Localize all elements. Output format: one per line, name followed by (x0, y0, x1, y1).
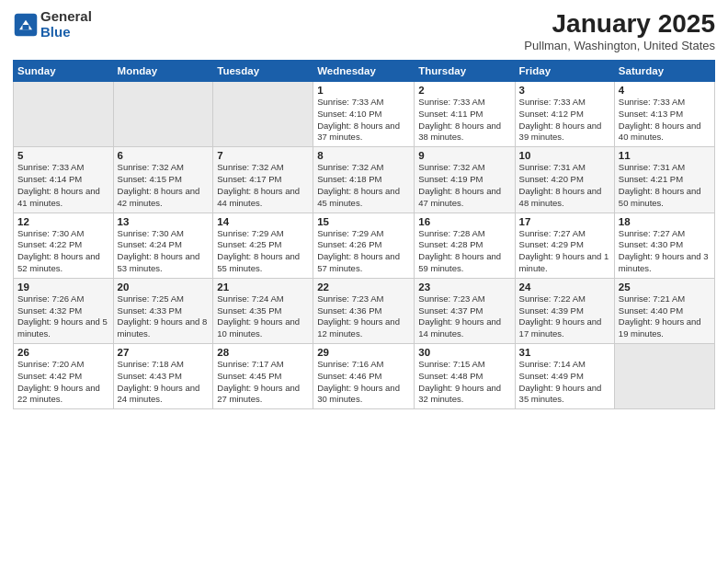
table-cell: 15Sunrise: 7:29 AM Sunset: 4:26 PM Dayli… (313, 213, 415, 278)
day-info: Sunrise: 7:33 AM Sunset: 4:10 PM Dayligh… (317, 97, 410, 144)
day-number: 10 (519, 150, 610, 161)
day-number: 8 (317, 150, 410, 161)
day-number: 25 (619, 282, 711, 293)
table-cell: 19Sunrise: 7:26 AM Sunset: 4:32 PM Dayli… (14, 278, 114, 343)
table-cell: 9Sunrise: 7:32 AM Sunset: 4:19 PM Daylig… (415, 147, 515, 213)
day-number: 27 (118, 347, 210, 358)
day-info: Sunrise: 7:33 AM Sunset: 4:12 PM Dayligh… (519, 97, 610, 144)
day-info: Sunrise: 7:15 AM Sunset: 4:48 PM Dayligh… (418, 359, 510, 406)
day-info: Sunrise: 7:27 AM Sunset: 4:30 PM Dayligh… (619, 228, 711, 275)
table-cell: 6Sunrise: 7:32 AM Sunset: 4:15 PM Daylig… (113, 147, 213, 213)
table-cell: 1Sunrise: 7:33 AM Sunset: 4:10 PM Daylig… (313, 82, 415, 147)
day-info: Sunrise: 7:24 AM Sunset: 4:35 PM Dayligh… (217, 293, 309, 340)
logo: General Blue (13, 9, 92, 40)
day-info: Sunrise: 7:17 AM Sunset: 4:45 PM Dayligh… (217, 359, 309, 406)
col-saturday: Saturday (614, 61, 714, 82)
table-cell (113, 82, 213, 147)
day-number: 6 (118, 150, 210, 161)
day-number: 18 (619, 216, 711, 227)
col-thursday: Thursday (415, 61, 515, 82)
day-number: 17 (519, 216, 610, 227)
calendar: Sunday Monday Tuesday Wednesday Thursday… (13, 60, 715, 409)
day-info: Sunrise: 7:32 AM Sunset: 4:19 PM Dayligh… (418, 162, 510, 209)
calendar-week-row: 26Sunrise: 7:20 AM Sunset: 4:42 PM Dayli… (14, 344, 715, 409)
day-number: 13 (118, 216, 210, 227)
table-cell: 14Sunrise: 7:29 AM Sunset: 4:25 PM Dayli… (213, 213, 313, 278)
table-cell: 11Sunrise: 7:31 AM Sunset: 4:21 PM Dayli… (614, 147, 714, 213)
day-info: Sunrise: 7:18 AM Sunset: 4:43 PM Dayligh… (118, 359, 210, 406)
day-number: 21 (217, 282, 309, 293)
day-info: Sunrise: 7:31 AM Sunset: 4:20 PM Dayligh… (519, 162, 610, 209)
table-cell: 26Sunrise: 7:20 AM Sunset: 4:42 PM Dayli… (14, 344, 114, 409)
day-info: Sunrise: 7:30 AM Sunset: 4:24 PM Dayligh… (118, 228, 210, 275)
table-cell: 27Sunrise: 7:18 AM Sunset: 4:43 PM Dayli… (113, 344, 213, 409)
logo-text: General Blue (40, 9, 92, 40)
day-number: 15 (317, 216, 410, 227)
table-cell: 16Sunrise: 7:28 AM Sunset: 4:28 PM Dayli… (415, 213, 515, 278)
table-cell: 12Sunrise: 7:30 AM Sunset: 4:22 PM Dayli… (14, 213, 114, 278)
col-sunday: Sunday (14, 61, 114, 82)
day-number: 23 (418, 282, 510, 293)
day-info: Sunrise: 7:20 AM Sunset: 4:42 PM Dayligh… (17, 359, 109, 406)
table-cell: 3Sunrise: 7:33 AM Sunset: 4:12 PM Daylig… (515, 82, 614, 147)
calendar-week-row: 5Sunrise: 7:33 AM Sunset: 4:14 PM Daylig… (14, 147, 715, 213)
table-cell: 8Sunrise: 7:32 AM Sunset: 4:18 PM Daylig… (313, 147, 415, 213)
day-number: 14 (217, 216, 309, 227)
day-number: 28 (217, 347, 309, 358)
day-info: Sunrise: 7:29 AM Sunset: 4:26 PM Dayligh… (317, 228, 410, 275)
logo-icon (13, 12, 39, 38)
day-number: 31 (519, 347, 610, 358)
table-cell: 4Sunrise: 7:33 AM Sunset: 4:13 PM Daylig… (614, 82, 714, 147)
table-cell: 31Sunrise: 7:14 AM Sunset: 4:49 PM Dayli… (515, 344, 614, 409)
day-info: Sunrise: 7:33 AM Sunset: 4:13 PM Dayligh… (619, 97, 711, 144)
day-number: 19 (17, 282, 109, 293)
table-cell: 18Sunrise: 7:27 AM Sunset: 4:30 PM Dayli… (614, 213, 714, 278)
day-info: Sunrise: 7:16 AM Sunset: 4:46 PM Dayligh… (317, 359, 410, 406)
table-cell: 2Sunrise: 7:33 AM Sunset: 4:11 PM Daylig… (415, 82, 515, 147)
svg-rect-2 (23, 25, 29, 29)
page: General Blue January 2025 Pullman, Washi… (0, 0, 728, 563)
table-cell: 13Sunrise: 7:30 AM Sunset: 4:24 PM Dayli… (113, 213, 213, 278)
day-info: Sunrise: 7:21 AM Sunset: 4:40 PM Dayligh… (619, 293, 711, 340)
day-info: Sunrise: 7:32 AM Sunset: 4:15 PM Dayligh… (118, 162, 210, 209)
table-cell: 20Sunrise: 7:25 AM Sunset: 4:33 PM Dayli… (113, 278, 213, 343)
day-number: 3 (519, 85, 610, 96)
day-number: 30 (418, 347, 510, 358)
table-cell (14, 82, 114, 147)
day-info: Sunrise: 7:33 AM Sunset: 4:11 PM Dayligh… (418, 97, 510, 144)
day-info: Sunrise: 7:31 AM Sunset: 4:21 PM Dayligh… (619, 162, 711, 209)
day-number: 22 (317, 282, 410, 293)
day-number: 26 (17, 347, 109, 358)
day-number: 20 (118, 282, 210, 293)
day-number: 5 (17, 150, 109, 161)
table-cell: 7Sunrise: 7:32 AM Sunset: 4:17 PM Daylig… (213, 147, 313, 213)
day-info: Sunrise: 7:23 AM Sunset: 4:36 PM Dayligh… (317, 293, 410, 340)
day-info: Sunrise: 7:14 AM Sunset: 4:49 PM Dayligh… (519, 359, 610, 406)
day-info: Sunrise: 7:28 AM Sunset: 4:28 PM Dayligh… (418, 228, 510, 275)
day-number: 16 (418, 216, 510, 227)
day-number: 11 (619, 150, 711, 161)
table-cell (614, 344, 714, 409)
day-info: Sunrise: 7:26 AM Sunset: 4:32 PM Dayligh… (17, 293, 109, 340)
day-number: 24 (519, 282, 610, 293)
table-cell: 24Sunrise: 7:22 AM Sunset: 4:39 PM Dayli… (515, 278, 614, 343)
day-info: Sunrise: 7:29 AM Sunset: 4:25 PM Dayligh… (217, 228, 309, 275)
location: Pullman, Washington, United States (524, 39, 715, 52)
day-number: 9 (418, 150, 510, 161)
table-cell: 22Sunrise: 7:23 AM Sunset: 4:36 PM Dayli… (313, 278, 415, 343)
table-cell: 10Sunrise: 7:31 AM Sunset: 4:20 PM Dayli… (515, 147, 614, 213)
day-number: 7 (217, 150, 309, 161)
day-info: Sunrise: 7:32 AM Sunset: 4:17 PM Dayligh… (217, 162, 309, 209)
table-cell: 17Sunrise: 7:27 AM Sunset: 4:29 PM Dayli… (515, 213, 614, 278)
day-info: Sunrise: 7:33 AM Sunset: 4:14 PM Dayligh… (17, 162, 109, 209)
table-cell: 25Sunrise: 7:21 AM Sunset: 4:40 PM Dayli… (614, 278, 714, 343)
day-info: Sunrise: 7:23 AM Sunset: 4:37 PM Dayligh… (418, 293, 510, 340)
table-cell: 28Sunrise: 7:17 AM Sunset: 4:45 PM Dayli… (213, 344, 313, 409)
day-number: 29 (317, 347, 410, 358)
day-number: 1 (317, 85, 410, 96)
day-info: Sunrise: 7:22 AM Sunset: 4:39 PM Dayligh… (519, 293, 610, 340)
col-wednesday: Wednesday (313, 61, 415, 82)
calendar-week-row: 19Sunrise: 7:26 AM Sunset: 4:32 PM Dayli… (14, 278, 715, 343)
day-info: Sunrise: 7:30 AM Sunset: 4:22 PM Dayligh… (17, 228, 109, 275)
day-number: 4 (619, 85, 711, 96)
